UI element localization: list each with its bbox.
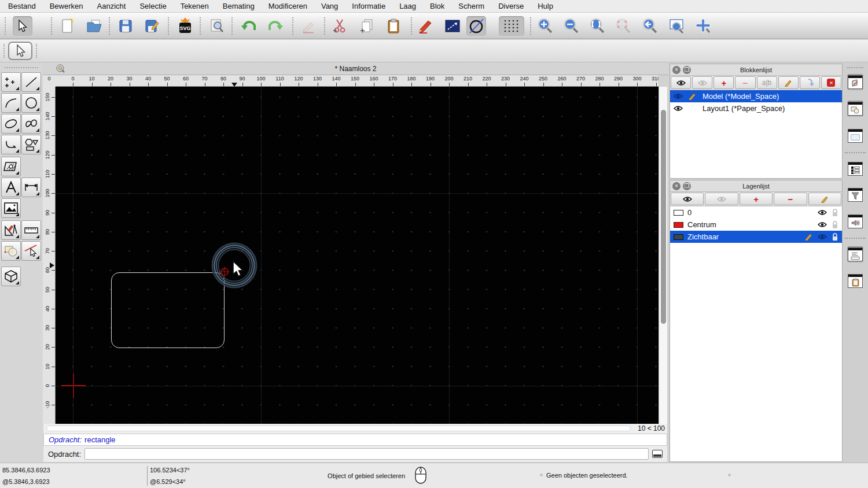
preview-panel-toggle[interactable] bbox=[847, 128, 863, 144]
close-icon[interactable]: × bbox=[672, 182, 681, 190]
save-button[interactable] bbox=[116, 16, 135, 36]
undo-button[interactable] bbox=[239, 16, 259, 36]
redo-button[interactable] bbox=[266, 16, 285, 36]
menu-vang[interactable]: Vang bbox=[321, 2, 338, 10]
block-hide-all-button[interactable] bbox=[692, 76, 712, 89]
layer-row-centrum[interactable]: Centrum bbox=[670, 219, 842, 231]
menu-laag[interactable]: Laag bbox=[399, 2, 416, 10]
layer-color-swatch[interactable] bbox=[674, 234, 683, 240]
paste-button[interactable] bbox=[384, 16, 403, 36]
cut-button[interactable] bbox=[330, 16, 350, 36]
circle-tool-button[interactable] bbox=[21, 93, 41, 113]
palette-drag-handle[interactable] bbox=[5, 67, 38, 68]
layer-show-all-button[interactable] bbox=[671, 193, 704, 205]
menu-bewerken[interactable]: Bewerken bbox=[50, 2, 83, 10]
lock-icon[interactable] bbox=[832, 233, 838, 241]
block-add-button[interactable]: + bbox=[713, 76, 734, 89]
menu-scherm[interactable]: Scherm bbox=[458, 2, 484, 10]
svg-export-button[interactable]: SVG bbox=[175, 16, 195, 36]
open-file-button[interactable] bbox=[84, 16, 104, 36]
modify-tool-button[interactable] bbox=[1, 241, 21, 261]
menu-blok[interactable]: Blok bbox=[430, 2, 444, 10]
ellipse-tool-button[interactable] bbox=[1, 114, 21, 134]
lock-icon[interactable] bbox=[832, 221, 838, 229]
eye-icon[interactable] bbox=[818, 234, 827, 240]
polyline-tool-button[interactable] bbox=[1, 135, 21, 154]
block-rename-button[interactable]: a|b bbox=[757, 76, 777, 89]
points-tool-button[interactable] bbox=[1, 72, 21, 92]
zoom-selected-button[interactable] bbox=[613, 16, 633, 36]
spline-tool-button[interactable] bbox=[21, 114, 41, 134]
library-browser-toggle[interactable] bbox=[847, 74, 863, 90]
vertical-scrollbar[interactable] bbox=[659, 87, 667, 424]
arc-tool-button[interactable] bbox=[1, 93, 21, 113]
drawing-canvas[interactable] bbox=[56, 87, 659, 424]
menu-selectie[interactable]: Selectie bbox=[139, 2, 166, 10]
vertical-scrollbar-thumb[interactable] bbox=[661, 110, 666, 324]
layer-color-swatch[interactable] bbox=[674, 222, 683, 228]
lock-icon[interactable] bbox=[832, 209, 838, 217]
new-file-button[interactable] bbox=[58, 16, 78, 36]
zoom-previous-button[interactable] bbox=[640, 16, 660, 36]
block-row-layout1[interactable]: Layout1 (*Paper_Space) bbox=[670, 102, 842, 114]
line-tool-button[interactable] bbox=[21, 72, 41, 92]
menu-bemating[interactable]: Bemating bbox=[223, 2, 255, 10]
dock-drag-handle[interactable] bbox=[847, 67, 863, 68]
zoom-auto-button[interactable] bbox=[587, 16, 607, 36]
zoom-in-button[interactable] bbox=[535, 16, 555, 36]
eye-icon[interactable] bbox=[674, 93, 683, 99]
menu-diverse[interactable]: Diverse bbox=[498, 2, 524, 10]
layer-add-button[interactable]: + bbox=[740, 193, 773, 205]
select-tool-button[interactable] bbox=[8, 42, 32, 60]
menu-modificeren[interactable]: Modificeren bbox=[269, 2, 307, 10]
erase-button[interactable] bbox=[299, 16, 318, 36]
layer-hide-all-button[interactable] bbox=[705, 193, 738, 205]
block-row-model[interactable]: Model (*Model_Space) bbox=[670, 90, 842, 102]
save-as-button[interactable] bbox=[142, 16, 162, 36]
layer-row-0[interactable]: 0 bbox=[670, 206, 842, 219]
command-input[interactable] bbox=[84, 448, 649, 460]
command-keyboard-toggle-button[interactable] bbox=[652, 450, 663, 458]
layer-list-toggle[interactable] bbox=[847, 161, 863, 177]
eye-icon[interactable] bbox=[818, 221, 827, 228]
command-line-toggle[interactable] bbox=[847, 246, 863, 263]
undock-icon[interactable]: ❐ bbox=[683, 182, 691, 190]
menu-bestand[interactable]: Bestand bbox=[8, 2, 36, 10]
layer-edit-button[interactable] bbox=[808, 193, 841, 205]
hatch-tool-button[interactable] bbox=[1, 157, 21, 176]
block-remove-button[interactable]: − bbox=[735, 76, 755, 89]
horizontal-scrollbar[interactable]: 10 < 100 bbox=[43, 424, 667, 434]
layer-remove-button[interactable]: − bbox=[774, 193, 807, 205]
menu-tekenen[interactable]: Tekenen bbox=[181, 2, 209, 10]
drawn-rounded-rectangle[interactable] bbox=[111, 272, 225, 348]
block-list-toggle[interactable] bbox=[847, 101, 863, 117]
eye-icon[interactable] bbox=[674, 105, 683, 112]
zoom-window-button[interactable] bbox=[667, 16, 686, 36]
measure-tool-button[interactable] bbox=[21, 220, 41, 240]
clipboard-panel-toggle[interactable] bbox=[847, 273, 863, 289]
document-title-bar[interactable]: * Naamloos 2 bbox=[43, 62, 668, 75]
pen-settings-toggle[interactable] bbox=[847, 213, 863, 230]
print-preview-button[interactable] bbox=[207, 16, 226, 36]
layer-row-zichtbaar[interactable]: Zichtbaar bbox=[670, 231, 842, 243]
solid-3d-tool-button[interactable] bbox=[1, 267, 21, 286]
menu-aanzicht[interactable]: Aanzicht bbox=[97, 2, 126, 10]
block-show-all-button[interactable] bbox=[671, 76, 691, 89]
block-insert-button[interactable] bbox=[800, 76, 820, 89]
close-icon[interactable]: × bbox=[672, 66, 681, 74]
zoom-out-button[interactable] bbox=[561, 16, 581, 36]
layer-color-swatch[interactable] bbox=[674, 210, 683, 216]
menu-hulp[interactable]: Hulp bbox=[538, 2, 553, 10]
block-delete-button[interactable]: × bbox=[821, 76, 841, 89]
cad-tools-button[interactable] bbox=[1, 220, 21, 240]
selection-filter-toggle[interactable] bbox=[847, 187, 863, 203]
grid-toggle-button[interactable] bbox=[499, 16, 524, 36]
copy-button[interactable] bbox=[357, 16, 377, 36]
draw-order-button[interactable] bbox=[443, 16, 462, 36]
isometric-ellipse-button[interactable] bbox=[466, 16, 486, 36]
dimension-tool-button[interactable] bbox=[21, 178, 41, 197]
pan-button[interactable] bbox=[693, 16, 713, 36]
horizontal-scrollbar-thumb[interactable] bbox=[46, 426, 631, 431]
menu-informatie[interactable]: Informatie bbox=[352, 2, 385, 10]
select-arrow-button[interactable] bbox=[13, 16, 32, 36]
